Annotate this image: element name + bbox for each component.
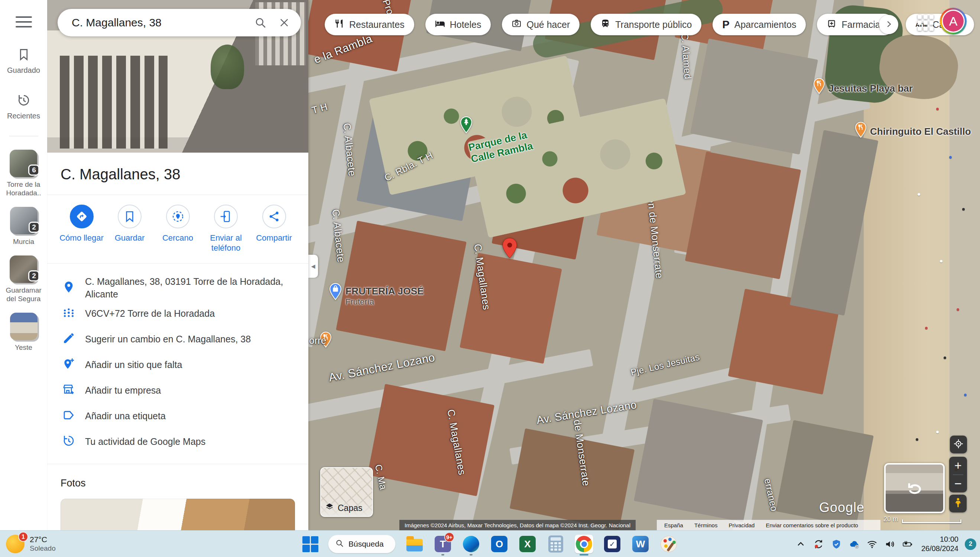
close-icon[interactable] xyxy=(277,16,291,30)
chip-restaurantes[interactable]: Restaurantes xyxy=(324,14,414,35)
chip-label: Farmacias xyxy=(841,19,885,30)
sidebar-item-recents[interactable]: Recientes xyxy=(0,93,47,120)
recent-places-list: 6Torre de la Horadada..2Murcia2Guardamar… xyxy=(0,150,47,352)
place-thumbnail: 2 xyxy=(10,207,38,234)
zoom-in-button[interactable]: + xyxy=(949,457,967,475)
taskbar-app-todo[interactable]: ✓ xyxy=(603,535,621,553)
poi-pin-fruteria-jose[interactable] xyxy=(329,283,342,301)
poi-label-jesuitas-playa-bar[interactable]: Jesuitas Playa bar xyxy=(828,82,913,94)
battery-icon[interactable] xyxy=(902,538,913,550)
google-apps-grid-icon[interactable] xyxy=(918,15,935,32)
attribution-link-enviar-comentarios-sobre-el-producto[interactable]: Enviar comentarios sobre el producto xyxy=(766,522,858,528)
action-enviar-al-telefono[interactable]: Enviar al teléfono xyxy=(203,205,249,253)
street-view-preview[interactable] xyxy=(884,463,945,513)
destination-marker[interactable] xyxy=(502,238,517,260)
search-icon xyxy=(335,539,344,550)
detail-history[interactable]: Tu actividad de Google Maps xyxy=(47,428,308,454)
google-watermark: Google xyxy=(819,500,864,515)
taskbar-app-edge[interactable] xyxy=(462,535,480,553)
poi-label-chiringuito-el-castillo[interactable]: Chiringuito El Castillo xyxy=(870,125,971,137)
start-button[interactable] xyxy=(302,536,318,552)
detail-store[interactable]: Añadir tu empresa xyxy=(47,377,308,403)
detail-pencil[interactable]: Sugerir un cambio en C. Magallanes, 38 xyxy=(47,326,308,352)
detail-text: Añadir tu empresa xyxy=(85,384,161,397)
detail-tag[interactable]: Añadir una etiqueta xyxy=(47,403,308,428)
taskbar-app-chrome[interactable] xyxy=(575,535,593,553)
action-compartir[interactable]: Compartir xyxy=(251,205,297,253)
detail-text: Añadir una etiqueta xyxy=(85,410,166,422)
chips-scroll-right-button[interactable] xyxy=(879,15,898,34)
taskbar-clock[interactable]: 10:00 26/08/2024 xyxy=(921,535,959,553)
my-location-button[interactable] xyxy=(950,436,967,453)
menu-icon[interactable] xyxy=(16,15,32,29)
chip-transporte-publico[interactable]: Transporte público xyxy=(591,14,701,35)
sidebar-item-saved[interactable]: Guardado xyxy=(0,47,47,75)
attribution-link-privacidad[interactable]: Privacidad xyxy=(729,522,755,528)
pegman-icon xyxy=(952,497,964,510)
recent-place-murcia[interactable]: 2Murcia xyxy=(10,207,38,246)
poi-pin-parque-de-la-calle-rambla[interactable] xyxy=(460,116,473,135)
poi-pin-jesuitas-playa-bar[interactable] xyxy=(814,78,825,95)
recent-place-yeste[interactable]: Yeste xyxy=(10,313,38,352)
action-label: Guardar xyxy=(115,233,145,243)
chip-aparcamientos[interactable]: PAparcamientos xyxy=(713,14,806,35)
taskbar-app-paint[interactable] xyxy=(659,535,678,553)
detail-text: V6CV+72 Torre de la Horadada xyxy=(85,307,215,320)
poi-label-fruteria-jose[interactable]: FRUTERÍA JOSÉ xyxy=(346,285,424,297)
chip-hoteles[interactable]: Hoteles xyxy=(426,14,491,35)
search-icon[interactable] xyxy=(253,16,267,30)
sync-icon[interactable] xyxy=(813,538,824,550)
search-input[interactable] xyxy=(72,16,244,29)
volume-icon[interactable] xyxy=(884,538,896,550)
taskbar-app-explorer[interactable] xyxy=(405,535,424,553)
search-bar[interactable] xyxy=(57,9,301,36)
restaurant-icon xyxy=(334,19,344,31)
taskbar-app-calculator[interactable] xyxy=(546,535,565,553)
attribution-link-espana[interactable]: España xyxy=(664,522,683,528)
security-shield-icon[interactable] xyxy=(831,538,842,550)
wifi-icon[interactable] xyxy=(866,538,878,550)
poi-pin-chiringuito-el-castillo[interactable] xyxy=(855,122,867,139)
pegman-button[interactable] xyxy=(949,495,967,513)
poi-label-orre[interactable]: orre xyxy=(309,335,326,347)
taskbar-search[interactable]: Búsqueda xyxy=(328,535,396,553)
recent-place-torre-de-la-horadada[interactable]: 6Torre de la Horadada.. xyxy=(6,150,41,197)
action-como-llegar[interactable]: Cómo llegar xyxy=(58,205,105,253)
onedrive-icon[interactable] xyxy=(848,538,860,550)
place-badge: 2 xyxy=(29,221,40,233)
attribution-link-terminos[interactable]: Términos xyxy=(694,522,718,528)
action-guardar[interactable]: Guardar xyxy=(107,205,153,253)
calculator-icon xyxy=(548,536,563,552)
place-label: Yeste xyxy=(15,343,32,352)
place-panel: C. Magallanes, 38 Cómo llegarGuardarCerc… xyxy=(47,0,308,530)
pin-icon xyxy=(62,280,85,295)
bookmark-icon xyxy=(17,47,31,63)
street-label: erraneo xyxy=(762,477,780,513)
detail-pluscode[interactable]: V6CV+72 Torre de la Horadada xyxy=(47,300,308,326)
chip-label: Transporte público xyxy=(615,19,692,30)
chip-label: Qué hacer xyxy=(527,19,570,30)
detail-addplace[interactable]: Añadir un sitio que falta xyxy=(47,352,308,377)
account-avatar[interactable]: A xyxy=(940,8,967,34)
history-icon xyxy=(17,93,31,109)
recent-place-guardamar-del-segura[interactable]: 2Guardamar del Segura xyxy=(6,256,41,303)
taskbar-app-word[interactable]: W xyxy=(631,535,650,553)
attribution-links: EspañaTérminosPrivacidadEnviar comentari… xyxy=(657,520,881,530)
detail-pin[interactable]: C. Magallanes, 38, 03191 Torre de la Hor… xyxy=(47,275,308,300)
taskbar-app-teams[interactable]: T9+ xyxy=(434,535,452,553)
nav-rail: Guardado Recientes 6Torre de la Horadada… xyxy=(0,0,47,530)
notification-badge[interactable]: 2 xyxy=(965,538,976,550)
taskbar-app-outlook[interactable]: O xyxy=(490,535,509,553)
tray-chevron-icon[interactable] xyxy=(795,538,807,550)
action-cercano[interactable]: Cercano xyxy=(155,205,201,253)
zoom-out-button[interactable]: − xyxy=(949,475,967,492)
taskbar-search-label: Búsqueda xyxy=(349,539,384,549)
weather-widget[interactable]: 1 27°C Soleado xyxy=(6,531,56,557)
layers-control[interactable]: Capas xyxy=(320,467,373,517)
action-label: Cercano xyxy=(162,233,193,243)
panel-collapse-button[interactable]: ◂ xyxy=(308,255,318,278)
action-label: Cómo llegar xyxy=(59,233,104,243)
map-canvas[interactable]: e la RamblaProT HC. Rbla. T HC. Rbla. T … xyxy=(308,0,980,530)
chip-que-hacer[interactable]: Qué hacer xyxy=(502,14,579,35)
taskbar-app-excel[interactable]: X xyxy=(518,535,537,553)
